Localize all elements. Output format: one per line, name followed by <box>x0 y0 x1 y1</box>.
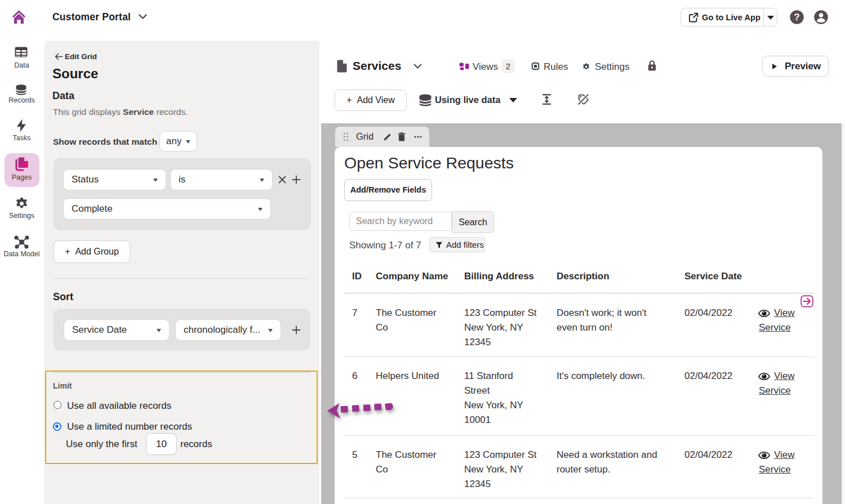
svg-text:?: ? <box>794 12 799 23</box>
